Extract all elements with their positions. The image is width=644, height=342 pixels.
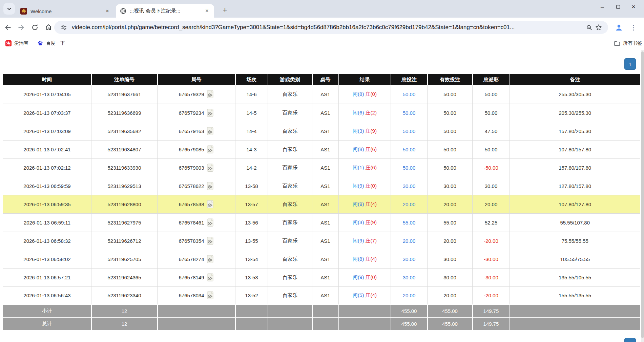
cell-payout: 50.00 (473, 140, 510, 158)
cell-round: 676578354 (158, 232, 235, 250)
video-record-icon[interactable] (206, 182, 214, 190)
bookmark-star-icon[interactable] (594, 23, 603, 32)
cell-result: 闲(8) 庄(6) (339, 140, 391, 158)
cell-round: 676578274 (158, 250, 235, 268)
pagination-page-1-bottom[interactable]: 1 (624, 338, 636, 342)
video-record-icon[interactable] (206, 90, 214, 99)
table-row[interactable]: 2026-01-13 06:59:59 523119629513 6765786… (3, 177, 640, 195)
video-record-icon[interactable] (206, 273, 214, 282)
cell-bet-id: 523119627975 (91, 213, 158, 232)
cell-table-no: AS1 (312, 140, 339, 158)
video-record-icon[interactable] (206, 255, 214, 263)
video-record-icon[interactable] (206, 291, 214, 300)
window-maximize-button[interactable] (610, 0, 626, 14)
cell-result: 闲(6) 庄(2) (339, 104, 391, 122)
url-text: videoie.com/ipl/portal.php/game/betrecor… (72, 24, 584, 31)
browser-menu-dots-icon[interactable]: ⋮ (628, 22, 639, 33)
home-button[interactable] (43, 22, 54, 33)
cell-payout: -20.00 (473, 232, 510, 250)
table-row[interactable]: 2026-01-13 06:58:02 523119625705 6765782… (3, 250, 640, 268)
cell-valid-bet: 20.00 (428, 195, 473, 213)
cell-valid-bet: 50.00 (428, 140, 473, 158)
tab-close-icon[interactable]: × (203, 7, 211, 15)
cell-time: 2026-01-13 07:02:12 (3, 158, 91, 177)
bookmark-aitaobao[interactable]: 淘 爱淘宝 (2, 39, 32, 48)
cell-game-type: 百家乐 (268, 140, 312, 158)
reload-button[interactable] (29, 22, 41, 33)
video-record-icon[interactable] (206, 237, 214, 245)
cell-result: 闲(9) 庄(0) (339, 177, 391, 195)
video-record-icon[interactable] (206, 109, 214, 117)
cell-table-no: AS1 (312, 232, 339, 250)
table-row[interactable]: 2026-01-13 07:03:09 523119635682 6765791… (3, 122, 640, 140)
window-close-button[interactable]: × (626, 0, 641, 14)
cell-total-bet: 30.00 (391, 177, 428, 195)
table-row[interactable]: 2026-01-13 06:58:32 523119626712 6765783… (3, 232, 640, 250)
cell-game-type: 百家乐 (268, 250, 312, 268)
cell-session: 14-6 (235, 85, 268, 104)
cell-session: 14-2 (235, 158, 268, 177)
table-row[interactable]: 2026-01-13 06:57:21 523119624365 6765781… (3, 268, 640, 286)
cell-valid-bet: 20.00 (428, 286, 473, 305)
cell-result: 闲(9) 庄(4) (339, 195, 391, 213)
table-row[interactable]: 2026-01-13 07:03:37 523119636699 6765792… (3, 104, 640, 122)
video-record-icon[interactable] (206, 127, 214, 135)
video-record-icon[interactable] (206, 164, 214, 172)
cell-game-type: 百家乐 (268, 232, 312, 250)
table-row[interactable]: 2026-01-13 07:02:41 523119634807 6765790… (3, 140, 640, 158)
cell-payout: -30.00 (473, 268, 510, 286)
scrollbar-thumb[interactable] (641, 51, 644, 338)
all-bookmarks[interactable]: 所有书签 (609, 40, 642, 47)
table-row[interactable]: 2026-01-13 06:56:43 523119623340 6765780… (3, 286, 640, 305)
page-scrollbar[interactable] (641, 50, 644, 342)
video-record-icon[interactable] (206, 200, 214, 209)
cell-time: 2026-01-13 07:02:41 (3, 140, 91, 158)
new-tab-button[interactable]: + (220, 5, 230, 16)
profile-avatar[interactable] (614, 22, 624, 33)
table-row[interactable]: 2026-01-13 07:02:12 523119633930 6765790… (3, 158, 640, 177)
summary-total-bet: 455.00 (391, 317, 428, 330)
cell-time: 2026-01-13 06:59:59 (3, 177, 91, 195)
bookmark-baidu[interactable]: 百度一下 (34, 39, 68, 48)
pagination-page-1[interactable]: 1 (624, 58, 636, 70)
summary-row: 总计 12 455.00 455.00 149.75 (3, 317, 640, 330)
tab-betrecord[interactable]: :::视讯 会员下注纪录::: × (116, 4, 214, 18)
cell-bet-id: 523119635682 (91, 122, 158, 140)
cell-table-no: AS1 (312, 268, 339, 286)
cell-game-type: 百家乐 (268, 104, 312, 122)
folder-icon (614, 41, 620, 46)
tab-search-chevron-icon[interactable] (3, 3, 15, 15)
window-minimize-button[interactable]: – (595, 0, 610, 14)
cell-valid-bet: 20.00 (428, 232, 473, 250)
tab-strip: Welcome × :::视讯 会员下注纪录::: × + – × (0, 0, 644, 18)
cell-result: 闲(8) 庄(0) (339, 85, 391, 104)
cell-session: 13-52 (235, 286, 268, 305)
site-settings-tune-icon[interactable] (59, 23, 68, 32)
video-record-icon[interactable] (206, 218, 214, 227)
globe-favicon-icon (120, 8, 126, 14)
tab-welcome[interactable]: Welcome × (16, 5, 115, 18)
cell-table-no: AS1 (312, 177, 339, 195)
tab-close-icon[interactable]: × (104, 7, 111, 15)
table-row[interactable]: 2026-01-13 06:59:35 523119628800 6765785… (3, 195, 640, 213)
cell-total-bet: 20.00 (391, 286, 428, 305)
table-row[interactable]: 2026-01-13 06:59:11 523119627975 6765784… (3, 213, 640, 232)
col-header-8: 有效投注 (428, 74, 473, 85)
summary-total-bet: 455.00 (391, 305, 428, 317)
cell-payout: 20.00 (473, 195, 510, 213)
cell-game-type: 百家乐 (268, 268, 312, 286)
video-record-icon[interactable] (206, 145, 214, 154)
table-row[interactable]: 2026-01-13 07:04:05 523119637661 6765793… (3, 85, 640, 104)
back-button[interactable] (2, 22, 14, 33)
cell-time: 2026-01-13 06:59:35 (3, 195, 91, 213)
cell-bet-id: 523119634807 (91, 140, 158, 158)
cell-session: 14-4 (235, 122, 268, 140)
cell-note: 105.55/75.55 (510, 250, 640, 268)
summary-label: 总计 (3, 317, 91, 330)
address-bar[interactable]: videoie.com/ipl/portal.php/game/betrecor… (54, 21, 608, 34)
zoom-icon[interactable] (584, 23, 594, 32)
cell-bet-id: 523119626712 (91, 232, 158, 250)
forward-button[interactable] (16, 22, 27, 33)
cell-game-type: 百家乐 (268, 85, 312, 104)
cell-note: 127.80/157.80 (510, 177, 640, 195)
